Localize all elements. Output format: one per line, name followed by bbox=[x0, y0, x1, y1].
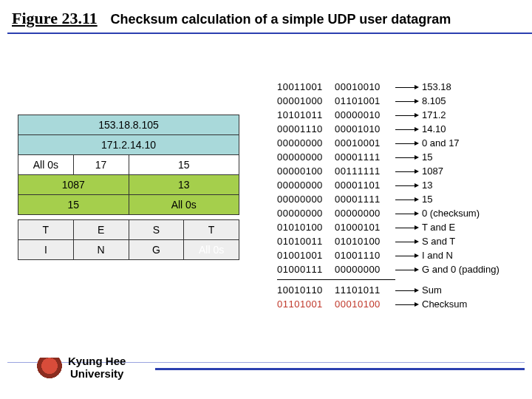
uni-line2: University bbox=[70, 367, 124, 380]
bits: 01001001 bbox=[277, 248, 335, 262]
university-logo bbox=[37, 358, 62, 378]
bits: 10101011 bbox=[277, 108, 335, 122]
bits: 00010010 bbox=[335, 80, 395, 94]
separator-line bbox=[277, 279, 395, 280]
bits: 00001010 bbox=[335, 122, 395, 136]
bin-row: 00000000000000000 (checksum) bbox=[277, 206, 521, 220]
meaning: 13 bbox=[422, 178, 521, 192]
meaning: 8.105 bbox=[422, 94, 521, 108]
data-cell: E bbox=[73, 220, 129, 240]
bits: 01010011 bbox=[277, 234, 335, 248]
bits: 00010100 bbox=[335, 297, 395, 311]
bin-row: 000000000000110113 bbox=[277, 178, 521, 192]
data-cell: I bbox=[18, 240, 74, 260]
bits: 01010100 bbox=[277, 220, 335, 234]
data-cell: S bbox=[129, 220, 184, 240]
bits: 00001111 bbox=[335, 150, 395, 164]
sum-row: 10010110 11101011 Sum bbox=[277, 283, 521, 297]
bits: 00001110 bbox=[277, 122, 335, 136]
bits: 00000000 bbox=[277, 178, 335, 192]
bits: 00000010 bbox=[335, 108, 395, 122]
bin-row: 0101010001000101T and E bbox=[277, 220, 521, 234]
bits: 01000111 bbox=[277, 262, 335, 276]
bits: 00000000 bbox=[335, 206, 395, 220]
bin-row: 000011100000101014.10 bbox=[277, 122, 521, 136]
data-cell: T bbox=[18, 220, 74, 240]
bits: 00001101 bbox=[335, 178, 395, 192]
bin-row: 0100100101001110I and N bbox=[277, 248, 521, 262]
bits: 00111111 bbox=[335, 164, 395, 178]
src-port: 1087 bbox=[18, 175, 129, 195]
figure-title: Figure 23.11 Checksum calculation of a s… bbox=[7, 6, 532, 34]
bits: 10010110 bbox=[277, 283, 335, 297]
data-cell: G bbox=[129, 240, 184, 260]
figure-caption: Checksum calculation of a simple UDP use… bbox=[111, 12, 451, 27]
bin-row: 0101001101010100S and T bbox=[277, 234, 521, 248]
meaning: 0 (checksum) bbox=[422, 206, 521, 220]
bin-row: 0100011100000000G and 0 (padding) bbox=[277, 262, 521, 276]
bits: 00000000 bbox=[277, 192, 335, 206]
bits: 10011001 bbox=[277, 80, 335, 94]
meaning: 15 bbox=[422, 150, 521, 164]
bin-row: 000000000000111115 bbox=[277, 150, 521, 164]
bin-row: 00000000000100010 and 17 bbox=[277, 136, 521, 150]
meaning: S and T bbox=[422, 234, 521, 248]
meaning: 0 and 17 bbox=[422, 136, 521, 150]
meaning: 171.2 bbox=[422, 108, 521, 122]
bin-row: 000000000000111115 bbox=[277, 192, 521, 206]
meaning: Sum bbox=[422, 283, 521, 297]
footer-rule-thick bbox=[155, 368, 525, 370]
zero-field: All 0s bbox=[18, 155, 74, 175]
university-name: Kyung Hee University bbox=[68, 355, 126, 380]
length-field-2: 15 bbox=[18, 195, 129, 215]
meaning: I and N bbox=[422, 248, 521, 262]
pseudoheader-table: 153.18.8.105 171.2.14.10 All 0s 17 15 10… bbox=[18, 115, 239, 215]
binary-calculation: 1001100100010010153.1800001000011010018.… bbox=[277, 80, 521, 311]
meaning: 153.18 bbox=[422, 80, 521, 94]
data-cell: T bbox=[184, 220, 239, 240]
length-field-1: 15 bbox=[129, 155, 239, 175]
bits: 00001000 bbox=[277, 94, 335, 108]
bin-row: 00000100001111111087 bbox=[277, 164, 521, 178]
meaning: 15 bbox=[422, 192, 521, 206]
data-table: T E S T I N G All 0s bbox=[18, 219, 239, 260]
bits: 00010001 bbox=[335, 136, 395, 150]
dst-port: 13 bbox=[129, 175, 239, 195]
padding-cell: All 0s bbox=[184, 240, 239, 260]
data-cell: N bbox=[73, 240, 129, 260]
footer: Kyung Hee University bbox=[0, 347, 532, 389]
uni-line1: Kyung Hee bbox=[68, 355, 126, 367]
protocol-field: 17 bbox=[73, 155, 129, 175]
meaning: Checksum bbox=[422, 297, 521, 311]
bits: 01001110 bbox=[335, 248, 395, 262]
bits: 01010100 bbox=[335, 234, 395, 248]
bits: 00000000 bbox=[277, 136, 335, 150]
dst-ip: 171.2.14.10 bbox=[18, 135, 239, 155]
bits: 00000000 bbox=[335, 262, 395, 276]
meaning: 1087 bbox=[422, 164, 521, 178]
figure-label: Figure 23.11 bbox=[12, 9, 98, 27]
meaning: T and E bbox=[422, 220, 521, 234]
bits: 00000000 bbox=[277, 206, 335, 220]
bits: 11101011 bbox=[335, 283, 395, 297]
bits: 01000101 bbox=[335, 220, 395, 234]
bin-row: 1001100100010010153.18 bbox=[277, 80, 521, 94]
checksum-field: All 0s bbox=[129, 195, 239, 215]
bits: 01101001 bbox=[277, 297, 335, 311]
bits: 01101001 bbox=[335, 94, 395, 108]
packet-diagram: 153.18.8.105 171.2.14.10 All 0s 17 15 10… bbox=[18, 115, 239, 260]
bin-row: 1010101100000010171.2 bbox=[277, 108, 521, 122]
meaning: G and 0 (padding) bbox=[422, 262, 521, 276]
meaning: 14.10 bbox=[422, 122, 521, 136]
checksum-row: 01101001 00010100 Checksum bbox=[277, 297, 521, 311]
bits: 00000100 bbox=[277, 164, 335, 178]
bits: 00001111 bbox=[335, 192, 395, 206]
bin-row: 00001000011010018.105 bbox=[277, 94, 521, 108]
bits: 00000000 bbox=[277, 150, 335, 164]
src-ip: 153.18.8.105 bbox=[18, 115, 239, 135]
